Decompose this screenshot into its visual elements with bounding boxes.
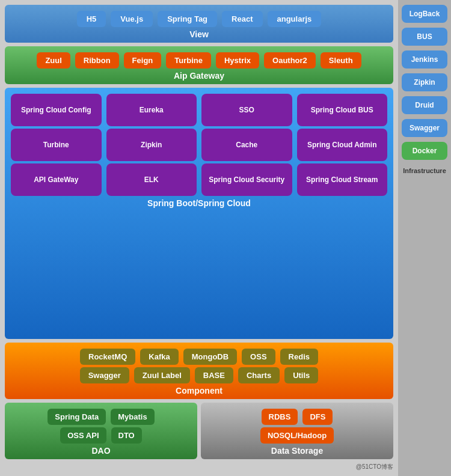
tag-feign[interactable]: Feign [124, 52, 162, 69]
component-row1: RocketMQ Kafka MongoDB OSS Redis [11, 349, 387, 365]
tag-spring-cloud-admin[interactable]: Spring Cloud Admin [297, 129, 388, 161]
tag-api-gateway[interactable]: API GateWay [11, 163, 102, 196]
tag-kafka[interactable]: Kafka [140, 349, 178, 365]
tag-oss[interactable]: OSS [242, 349, 275, 365]
tag-redis[interactable]: Redis [280, 349, 318, 365]
main-content: H5 Vue.js Spring Tag React angularjs Vie… [0, 0, 398, 476]
tag-mybatis[interactable]: Mybatis [111, 409, 154, 425]
sidebar-item-infrastructure: Infrastructure [403, 167, 446, 174]
storage-row2: NOSQL/Hadoop [207, 427, 387, 444]
view-tags-row: H5 Vue.js Spring Tag React angularjs [11, 11, 387, 27]
tag-turbine[interactable]: Turbine [166, 52, 211, 69]
tag-swagger-comp[interactable]: Swagger [80, 367, 129, 383]
tag-rocketmq[interactable]: RocketMQ [80, 349, 135, 365]
sidebar-item-zipkin[interactable]: Zipkin [402, 73, 447, 91]
tag-spring-cloud-config[interactable]: Spring Cloud Config [11, 94, 102, 126]
springboot-row3: API GateWay ELK Spring Cloud Security Sp… [11, 163, 387, 196]
tag-sso[interactable]: SSO [201, 94, 292, 126]
tag-eureka[interactable]: Eureka [106, 94, 197, 126]
tag-cache[interactable]: Cache [201, 129, 292, 161]
tag-utils[interactable]: Utils [284, 367, 318, 383]
dao-section: Spring Data Mybatis OSS API DTO DAO [5, 403, 197, 459]
tag-oauthor2[interactable]: Oauthor2 [264, 52, 316, 69]
tag-zipkin-spring[interactable]: Zipkin [106, 129, 197, 161]
tag-vuejs[interactable]: Vue.js [111, 11, 153, 27]
sidebar-item-docker[interactable]: Docker [402, 142, 447, 160]
tag-spring-cloud-stream[interactable]: Spring Cloud Stream [297, 163, 388, 196]
tag-elk[interactable]: ELK [106, 163, 197, 196]
sidebar-item-logback[interactable]: LogBack [402, 5, 447, 23]
tag-dto[interactable]: DTO [111, 427, 142, 444]
tag-hystrix[interactable]: Hystrix [216, 52, 259, 69]
tag-spring-data[interactable]: Spring Data [48, 409, 106, 425]
gateway-tags-row: Zuul Ribbon Feign Turbine Hystrix Oautho… [11, 52, 387, 69]
datastorage-label: Data Storage [207, 446, 387, 456]
springboot-section: Spring Cloud Config Eureka SSO Spring Cl… [5, 88, 393, 339]
tag-base[interactable]: BASE [195, 367, 233, 383]
tag-spring-tag[interactable]: Spring Tag [158, 11, 217, 27]
tag-rdbs[interactable]: RDBS [262, 409, 298, 425]
dao-row2: OSS API DTO [11, 427, 191, 444]
springboot-row2: Turbine Zipkin Cache Spring Cloud Admin [11, 129, 387, 161]
tag-ribbon[interactable]: Ribbon [75, 52, 119, 69]
dao-label: DAO [11, 446, 191, 456]
springboot-row1: Spring Cloud Config Eureka SSO Spring Cl… [11, 94, 387, 126]
dao-row1: Spring Data Mybatis [11, 409, 191, 425]
springboot-label: Spring Boot/Spring Cloud [11, 198, 387, 208]
bottom-sections: Spring Data Mybatis OSS API DTO DAO RDBS… [5, 403, 393, 459]
component-section: RocketMQ Kafka MongoDB OSS Redis Swagger… [5, 343, 393, 399]
tag-sleuth[interactable]: Sleuth [321, 52, 361, 69]
tag-react[interactable]: React [222, 11, 262, 27]
tag-oss-api[interactable]: OSS API [60, 427, 106, 444]
datastorage-section: RDBS DFS NOSQL/Hadoop Data Storage [201, 403, 393, 459]
tag-charts[interactable]: Charts [238, 367, 280, 383]
watermark: @51CTO博客 [356, 463, 393, 471]
tag-zuul-label[interactable]: Zuul Label [134, 367, 190, 383]
sidebar-item-swagger[interactable]: Swagger [402, 119, 447, 137]
tag-spring-cloud-bus[interactable]: Spring Cloud BUS [297, 94, 388, 126]
tag-angularjs[interactable]: angularjs [268, 11, 322, 27]
tag-h5[interactable]: H5 [77, 11, 106, 27]
component-label: Component [11, 386, 387, 395]
storage-row1: RDBS DFS [207, 409, 387, 425]
tag-dfs[interactable]: DFS [302, 409, 333, 425]
sidebar-item-druid[interactable]: Druid [402, 96, 447, 114]
tag-mongodb[interactable]: MongoDB [183, 349, 237, 365]
sidebar: LogBack BUS Jenkins Zipkin Druid Swagger… [398, 0, 451, 476]
tag-zuul[interactable]: Zuul [37, 52, 70, 69]
view-label: View [11, 29, 387, 39]
tag-nosql-hadoop[interactable]: NOSQL/Hadoop [260, 427, 334, 444]
sidebar-item-jenkins[interactable]: Jenkins [402, 50, 447, 69]
sidebar-item-bus[interactable]: BUS [402, 28, 447, 46]
tag-turbine-spring[interactable]: Turbine [11, 129, 102, 161]
tag-spring-cloud-security[interactable]: Spring Cloud Security [201, 163, 292, 196]
gateway-section: Zuul Ribbon Feign Turbine Hystrix Oautho… [5, 46, 393, 84]
gateway-label: Aip Gateway [11, 71, 387, 81]
component-row2: Swagger Zuul Label BASE Charts Utils [11, 367, 387, 383]
view-section: H5 Vue.js Spring Tag React angularjs Vie… [5, 5, 393, 43]
